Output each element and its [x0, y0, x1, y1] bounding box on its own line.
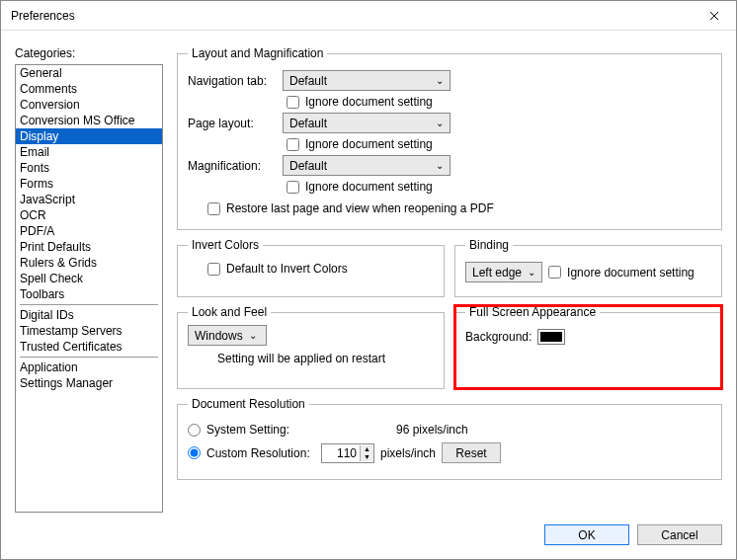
chevron-down-icon: ⌄ [436, 75, 444, 86]
binding-value: Left edge [472, 266, 522, 280]
mag-ignore-checkbox[interactable] [287, 181, 299, 194]
preferences-window: Preferences Categories: GeneralCommentsC… [0, 0, 737, 560]
custom-resolution-radio[interactable] [188, 446, 201, 459]
navigation-tab-label: Navigation tab: [188, 74, 277, 88]
background-color-picker[interactable] [537, 329, 565, 345]
default-invert-checkbox[interactable] [207, 263, 220, 276]
category-item-fonts[interactable]: Fonts [16, 160, 162, 176]
dialog-footer: OK Cancel [1, 519, 736, 559]
category-item-display[interactable]: Display [16, 128, 162, 144]
category-item-print-defaults[interactable]: Print Defaults [16, 239, 162, 255]
category-item-javascript[interactable]: JavaScript [16, 192, 162, 207]
category-item-email[interactable]: Email [16, 144, 162, 160]
category-item-pdf-a[interactable]: PDF/A [16, 223, 162, 239]
magnification-select[interactable]: Default ⌄ [283, 155, 450, 176]
chevron-down-icon: ⌄ [528, 267, 535, 278]
layout-magnification-group: Layout and Magnification Navigation tab:… [177, 46, 722, 230]
categories-column: Categories: GeneralCommentsConversionCon… [15, 46, 163, 513]
custom-resolution-label: Custom Resolution: [206, 446, 315, 460]
custom-resolution-value: 110 [322, 446, 360, 460]
system-setting-radio[interactable] [188, 424, 201, 437]
category-item-settings-manager[interactable]: Settings Manager [16, 375, 162, 391]
category-item-spell-check[interactable]: Spell Check [16, 271, 162, 286]
full-screen-group: Full Screen Appearance Background: [454, 305, 722, 389]
system-setting-value: 96 pixels/inch [396, 423, 468, 437]
document-resolution-group: Document Resolution System Setting: 96 p… [177, 397, 722, 480]
binding-legend: Binding [465, 238, 513, 252]
ok-button[interactable]: OK [544, 524, 629, 545]
mag-ignore-label: Ignore document setting [305, 180, 433, 194]
default-invert-label: Default to Invert Colors [226, 262, 348, 276]
nav-ignore-label: Ignore document setting [305, 95, 433, 109]
magnification-value: Default [289, 159, 327, 173]
full-screen-legend: Full Screen Appearance [465, 305, 600, 319]
layout-magnification-legend: Layout and Magnification [188, 46, 327, 60]
settings-panel: Layout and Magnification Navigation tab:… [177, 46, 722, 513]
look-note: Setting will be applied on restart [217, 352, 434, 365]
binding-select[interactable]: Left edge ⌄ [465, 262, 542, 282]
categories-list[interactable]: GeneralCommentsConversionConversion MS O… [15, 64, 163, 513]
close-icon [709, 8, 719, 24]
navigation-tab-select[interactable]: Default ⌄ [283, 70, 450, 91]
look-select[interactable]: Windows ⌄ [188, 325, 267, 346]
category-item-general[interactable]: General [16, 65, 162, 81]
spinner-down-icon[interactable]: ▼ [361, 453, 373, 461]
binding-ignore-label: Ignore document setting [567, 266, 695, 280]
categories-label: Categories: [15, 46, 163, 60]
layout-ignore-checkbox[interactable] [287, 138, 299, 151]
layout-ignore-label: Ignore document setting [305, 137, 433, 151]
chevron-down-icon: ⌄ [436, 118, 444, 128]
category-item-forms[interactable]: Forms [16, 176, 162, 192]
category-item-conversion-ms-office[interactable]: Conversion MS Office [16, 113, 162, 128]
restore-last-page-label: Restore last page and view when reopenin… [226, 201, 494, 215]
dialog-body: Categories: GeneralCommentsConversionCon… [1, 31, 736, 519]
category-item-timestamp-servers[interactable]: Timestamp Servers [16, 323, 162, 339]
look-and-feel-legend: Look and Feel [188, 305, 271, 319]
category-item-trusted-certificates[interactable]: Trusted Certificates [16, 339, 162, 355]
category-item-ocr[interactable]: OCR [16, 207, 162, 223]
reset-button[interactable]: Reset [442, 442, 501, 463]
page-layout-select[interactable]: Default ⌄ [283, 113, 450, 133]
invert-colors-legend: Invert Colors [188, 238, 263, 252]
color-swatch-inner [540, 332, 562, 342]
chevron-down-icon: ⌄ [436, 160, 444, 171]
invert-colors-group: Invert Colors Default to Invert Colors [177, 238, 445, 297]
category-item-rulers-grids[interactable]: Rulers & Grids [16, 255, 162, 271]
page-layout-value: Default [289, 117, 327, 130]
system-setting-label: System Setting: [206, 423, 315, 437]
magnification-label: Magnification: [188, 159, 277, 173]
category-item-conversion[interactable]: Conversion [16, 97, 162, 113]
custom-resolution-spinner[interactable]: 110 ▲▼ [321, 443, 374, 463]
titlebar: Preferences [1, 1, 736, 31]
category-item-application[interactable]: Application [16, 360, 162, 375]
look-value: Windows [195, 329, 243, 343]
category-separator [20, 357, 158, 358]
category-separator [20, 304, 158, 305]
look-and-feel-group: Look and Feel Windows ⌄ Setting will be … [177, 305, 445, 389]
background-label: Background: [465, 330, 532, 344]
cancel-button[interactable]: Cancel [637, 524, 722, 545]
nav-ignore-checkbox[interactable] [287, 96, 299, 109]
page-layout-label: Page layout: [188, 117, 277, 130]
resolution-unit: pixels/inch [380, 446, 436, 460]
chevron-down-icon: ⌄ [249, 330, 257, 341]
category-item-digital-ids[interactable]: Digital IDs [16, 307, 162, 323]
binding-group: Binding Left edge ⌄ Ignore document sett… [454, 238, 722, 297]
category-item-comments[interactable]: Comments [16, 81, 162, 97]
restore-last-page-checkbox[interactable] [207, 202, 220, 215]
window-close-button[interactable] [692, 1, 736, 31]
binding-ignore-checkbox[interactable] [548, 266, 561, 279]
category-item-toolbars[interactable]: Toolbars [16, 286, 162, 302]
navigation-tab-value: Default [289, 74, 327, 88]
window-title: Preferences [11, 9, 75, 23]
document-resolution-legend: Document Resolution [188, 397, 309, 411]
spinner-up-icon[interactable]: ▲ [361, 445, 373, 453]
